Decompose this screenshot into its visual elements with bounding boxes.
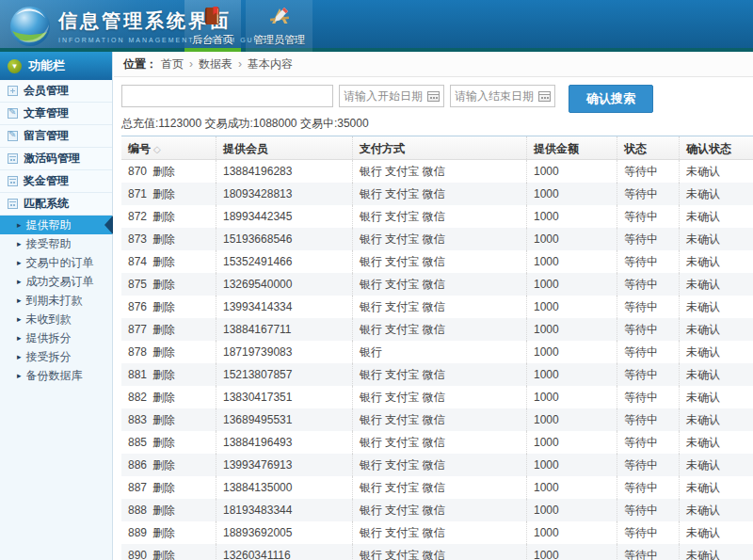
tab-admin-management[interactable]: 管理员管理 <box>246 0 312 52</box>
column-header-id[interactable]: 编号◇ <box>121 136 216 159</box>
calendar-icon <box>8 153 18 164</box>
sidebar-item-label: 匹配系统 <box>24 196 69 212</box>
id-cell: 887删除 <box>121 476 216 499</box>
sidebar-item[interactable]: 会员管理 <box>0 80 112 103</box>
sidebar-subitem-label: 交易中的订单 <box>26 255 94 271</box>
member-cell: 18093428813 <box>216 183 352 205</box>
delete-link[interactable]: 删除 <box>152 345 175 359</box>
delete-link[interactable]: 删除 <box>152 300 175 313</box>
sidebar-subitem-label: 提供帮助 <box>26 217 72 233</box>
amount-cell: 1000 <box>526 318 617 341</box>
start-date-field <box>339 85 444 107</box>
amount-cell: 1000 <box>526 454 617 476</box>
sort-icon[interactable]: ◇ <box>153 144 161 154</box>
sidebar-subitem[interactable]: 成功交易订单 <box>0 272 112 291</box>
confirm-cell: 未确认 <box>679 205 753 228</box>
app-window: 信息管理系统界面 INFORMATION MANAGEMENT SYSTEM G… <box>0 0 753 560</box>
delete-link[interactable]: 删除 <box>152 436 175 449</box>
sidebar-item[interactable]: 文章管理 <box>0 103 112 125</box>
table-row: 877删除 13884167711 银行 支付宝 微信 1000 等待中 未确认 <box>121 318 753 341</box>
amount-cell: 1000 <box>526 296 617 318</box>
sidebar-item[interactable]: 激活码管理 <box>0 148 112 170</box>
breadcrumb-link[interactable]: 数据表 <box>199 57 232 71</box>
member-cell: 15213807857 <box>216 363 352 386</box>
member-cell: 18893692005 <box>216 521 352 544</box>
breadcrumb-link[interactable]: 首页 <box>161 57 184 71</box>
row-id: 876 <box>128 300 147 313</box>
confirm-cell: 未确认 <box>679 296 753 318</box>
amount-cell: 1000 <box>526 183 617 205</box>
delete-link[interactable]: 删除 <box>152 323 175 336</box>
delete-link[interactable]: 删除 <box>152 526 175 539</box>
table-row: 889删除 18893692005 银行 支付宝 微信 1000 等待中 未确认 <box>121 521 753 544</box>
member-cell: 13993476913 <box>216 454 352 476</box>
status-cell: 等待中 <box>617 318 679 341</box>
delete-link[interactable]: 删除 <box>152 368 175 381</box>
confirm-cell: 未确认 <box>679 454 753 476</box>
sidebar-submenu: 提供帮助 接受帮助 交易中的订单 成功交易订单 到期未打款 未收到款 提供拆分 … <box>0 216 112 385</box>
sidebar-subitem[interactable]: 接受帮助 <box>0 234 112 253</box>
sidebar-item-label: 会员管理 <box>24 83 69 99</box>
breadcrumb-link[interactable]: 基本内容 <box>248 57 293 71</box>
confirm-cell: 未确认 <box>679 228 753 250</box>
delete-link[interactable]: 删除 <box>152 165 175 178</box>
confirm-cell: 未确认 <box>679 341 753 363</box>
delete-link[interactable]: 删除 <box>152 504 175 517</box>
sidebar-item[interactable]: 匹配系统 <box>0 193 112 216</box>
payment-cell: 银行 支付宝 微信 <box>352 228 526 250</box>
amount-cell: 1000 <box>526 250 617 273</box>
amount-cell: 1000 <box>526 476 617 499</box>
confirm-cell: 未确认 <box>679 183 753 205</box>
confirm-cell: 未确认 <box>679 273 753 296</box>
table-row: 882删除 13830417351 银行 支付宝 微信 1000 等待中 未确认 <box>121 386 753 408</box>
delete-link[interactable]: 删除 <box>152 210 175 223</box>
sidebar-subitem[interactable]: 交易中的订单 <box>0 253 112 272</box>
delete-link[interactable]: 删除 <box>152 255 175 268</box>
sidebar-subitem[interactable]: 未收到款 <box>0 310 112 328</box>
id-cell: 872删除 <box>121 205 216 228</box>
delete-link[interactable]: 删除 <box>152 391 175 404</box>
id-cell: 890删除 <box>121 544 216 560</box>
sidebar-subitem-label: 接受帮助 <box>26 236 72 252</box>
row-id: 872 <box>128 210 147 223</box>
id-cell: 889删除 <box>121 521 216 544</box>
delete-link[interactable]: 删除 <box>152 549 175 560</box>
sidebar-subitem[interactable]: 到期未打款 <box>0 291 112 310</box>
tab-backend-home[interactable]: 后台首页 <box>184 0 241 52</box>
sidebar-subitem[interactable]: 提供帮助 <box>0 216 112 234</box>
calendar-icon[interactable] <box>427 91 440 102</box>
delete-link[interactable]: 删除 <box>152 481 175 494</box>
delete-link[interactable]: 删除 <box>152 187 175 200</box>
grid-icon <box>8 86 18 96</box>
calendar-icon[interactable] <box>538 91 551 102</box>
id-cell: 881删除 <box>121 363 216 386</box>
delete-link[interactable]: 删除 <box>152 278 175 291</box>
sidebar-subitem-label: 提供拆分 <box>26 330 72 346</box>
id-cell: 883删除 <box>121 408 216 431</box>
search-input[interactable] <box>121 85 333 107</box>
delete-link[interactable]: 删除 <box>152 232 175 246</box>
sidebar-header[interactable]: ▾ 功能栏 <box>0 52 112 80</box>
table-row: 881删除 15213807857 银行 支付宝 微信 1000 等待中 未确认 <box>121 363 753 386</box>
sidebar-item[interactable]: 奖金管理 <box>0 170 112 193</box>
delete-link[interactable]: 删除 <box>152 413 175 426</box>
sidebar-subitem[interactable]: 备份数据库 <box>0 366 112 385</box>
payment-cell: 银行 支付宝 微信 <box>352 454 526 476</box>
status-cell: 等待中 <box>617 408 679 431</box>
payment-cell: 银行 <box>352 341 526 363</box>
sidebar-item-label: 留言管理 <box>24 128 69 144</box>
payment-cell: 银行 支付宝 微信 <box>352 476 526 499</box>
confirm-search-button[interactable]: 确认搜索 <box>569 85 653 113</box>
id-cell: 873删除 <box>121 228 216 250</box>
end-date-input[interactable] <box>451 86 543 106</box>
column-header-status: 状态 <box>617 136 679 159</box>
status-cell: 等待中 <box>617 205 679 228</box>
delete-link[interactable]: 删除 <box>152 458 175 472</box>
column-header-payment: 支付方式 <box>352 136 526 159</box>
sidebar-item[interactable]: 留言管理 <box>0 125 112 148</box>
confirm-cell: 未确认 <box>679 386 753 408</box>
row-id: 877 <box>128 323 147 336</box>
start-date-input[interactable] <box>340 86 432 106</box>
sidebar-subitem[interactable]: 接受拆分 <box>0 347 112 366</box>
sidebar-subitem[interactable]: 提供拆分 <box>0 328 112 347</box>
